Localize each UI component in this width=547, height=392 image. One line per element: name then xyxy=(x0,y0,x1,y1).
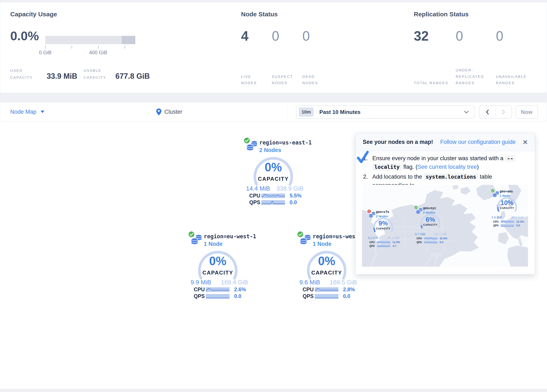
cpu-value: 5.5% xyxy=(290,193,301,199)
total-capacity: 35.1 GiB xyxy=(387,236,400,240)
code-chip: -- xyxy=(505,155,515,162)
node-map-page: Capacity Usage 0.0% 0 GiB 400 GiB USED C… xyxy=(0,0,547,392)
qps-label: QPS xyxy=(249,199,261,206)
database-stack-icon xyxy=(300,234,311,245)
qps-label: QPS xyxy=(194,293,206,299)
region-node-us-west-1[interactable]: region=us-west-1 1 Node 0% CAPACITY 9.6 … xyxy=(296,229,359,301)
cpu-sparkline xyxy=(501,220,514,223)
axis-tick-label: 0 GiB xyxy=(39,50,52,55)
total-capacity: 65.7 GiB xyxy=(435,232,447,236)
step-number: 2. xyxy=(363,172,368,181)
used-capacity: 3.6 GiB xyxy=(492,215,502,219)
qps-label: QPS xyxy=(369,245,377,248)
cpu-value: 42.5% xyxy=(440,237,447,240)
qps-sparkline xyxy=(315,294,338,299)
under-replicated-label: UNDER-REPLICATED RANGES xyxy=(456,67,494,87)
view-selector-node-map[interactable]: Node Map xyxy=(10,102,44,121)
capacity-gauge-text: 6% CAPACITY xyxy=(416,216,445,226)
used-capacity: 3.2 GiB xyxy=(368,236,378,240)
cpu-value: 2.8% xyxy=(343,287,355,293)
map-configuration-popup: See your nodes on a map! Follow our conf… xyxy=(356,133,535,275)
breadcrumb-label: Cluster xyxy=(164,109,182,115)
qps-value: 0.0 xyxy=(290,199,297,206)
time-back-button[interactable] xyxy=(479,106,495,118)
qps-label: QPS xyxy=(493,224,501,227)
capacity-percent: 9% xyxy=(369,220,398,227)
step-text: ) xyxy=(477,164,479,170)
cpu-label: CPU xyxy=(417,237,424,240)
cpu-label: CPU xyxy=(369,241,377,244)
time-range-label: Past 10 Minutes xyxy=(319,109,361,115)
capacity-caption: CAPACITY xyxy=(369,227,398,230)
capacity-usage-title: Capacity Usage xyxy=(10,11,57,18)
time-forward-button[interactable] xyxy=(495,106,512,118)
qps-label: QPS xyxy=(303,293,315,299)
code-chip: system.locations xyxy=(424,173,478,180)
map-node-geo-sfo: 1 geo=sfo 2 Nodes 9% CAPACITY 3.2 GiB 35 xyxy=(367,209,400,249)
capacity-gauge-text: 0% CAPACITY xyxy=(304,255,350,276)
geo-label: geo=nyc xyxy=(423,206,436,210)
qps-label: QPS xyxy=(417,241,424,244)
completed-check-icon xyxy=(357,151,369,164)
cpu-sparkline xyxy=(206,287,230,292)
qps-sparkline xyxy=(501,224,514,227)
region-node-eu-west-1[interactable]: region=eu-west-1 1 Node 0% CAPACITY 9.9 … xyxy=(187,229,250,301)
cpu-sparkline xyxy=(261,193,285,198)
capacity-gauge-text: 9% CAPACITY xyxy=(369,220,398,230)
axis-tick xyxy=(45,46,46,48)
qps-value: 0.0 xyxy=(440,241,443,244)
cpu-label: CPU xyxy=(249,193,261,199)
database-stack-icon xyxy=(191,234,202,245)
capacity-caption: CAPACITY xyxy=(250,176,296,182)
total-ranges-label: TOTAL RANGES xyxy=(414,80,448,87)
axis-tick xyxy=(125,46,125,48)
capacity-caption: CAPACITY xyxy=(304,269,350,276)
capacity-gauge-text: 10% CAPACITY xyxy=(492,199,522,210)
configuration-guide-link[interactable]: Follow our configuration guide xyxy=(440,139,516,145)
cpu-label: CPU xyxy=(303,287,315,293)
total-capacity: 169.4 GiB xyxy=(221,279,248,286)
capacity-details: USED CAPACITY 33.9 MiB USABLE CAPACITY 6… xyxy=(10,67,150,81)
capacity-bar-used-segment xyxy=(122,36,135,44)
total-capacity: 338.9 GiB xyxy=(276,185,303,192)
capacity-usage-section: Capacity Usage 0.0% 0 GiB 400 GiB USED C… xyxy=(10,2,178,93)
region-node-count: 1 Node xyxy=(313,241,332,247)
locality-tree-link[interactable]: See current locality tree xyxy=(417,164,477,170)
geo-label: geo=ams xyxy=(500,190,513,193)
qps-value: 4.7 xyxy=(392,244,396,248)
cpu-value: 2.6% xyxy=(234,287,246,293)
under-replicated-value: 0 xyxy=(456,28,463,44)
qps-value: 0.0 xyxy=(234,293,241,299)
capacity-caption: CAPACITY xyxy=(416,223,445,226)
setup-step-1: 1. Ensure every node in your cluster was… xyxy=(363,154,528,171)
capacity-caption: CAPACITY xyxy=(195,269,241,276)
cpu-sparkline xyxy=(377,241,390,244)
usable-capacity-value: 677.8 GiB xyxy=(115,72,150,81)
region-label: region=eu-west-1 xyxy=(204,233,256,240)
time-range-dropdown[interactable]: 10m Past 10 Minutes xyxy=(296,106,474,118)
capacity-caption: CAPACITY xyxy=(492,207,522,210)
capacity-gauge-text: 0% CAPACITY xyxy=(195,255,241,276)
capacity-percent: 6% xyxy=(416,216,445,223)
suspect-nodes-value: 0 xyxy=(272,28,279,44)
geo-label: geo=sfo xyxy=(376,210,389,214)
close-icon[interactable]: × xyxy=(522,138,528,147)
region-node-count: 2 Nodes xyxy=(259,147,281,153)
used-capacity-value: 33.9 MiB xyxy=(47,72,77,81)
caret-down-icon xyxy=(41,110,44,113)
qps-sparkline xyxy=(424,241,438,244)
qps-sparkline xyxy=(206,294,230,299)
cpu-value: 11.0% xyxy=(392,241,400,244)
map-pin-icon xyxy=(156,109,161,115)
region-node-us-east-1[interactable]: region=us-east-1 2 Nodes 0% CAPACITY 14.… xyxy=(243,136,306,207)
total-capacity: 169.5 GiB xyxy=(330,279,357,286)
breadcrumb[interactable]: Cluster xyxy=(156,102,182,121)
dead-nodes-label: DEAD NODES xyxy=(302,74,330,87)
used-capacity: 9.9 MiB xyxy=(191,279,211,286)
time-range-badge: 10m xyxy=(299,107,314,117)
example-world-map: 1 geo=sfo 2 Nodes 9% CAPACITY 3.2 GiB 35 xyxy=(362,185,528,267)
unavailable-ranges-value: 0 xyxy=(496,28,503,44)
unavailable-ranges-label: UNAVAILABLE RANGES xyxy=(496,74,537,87)
cluster-summary-bar: Capacity Usage 0.0% 0 GiB 400 GiB USED C… xyxy=(0,2,547,93)
now-button[interactable]: Now xyxy=(516,106,538,118)
